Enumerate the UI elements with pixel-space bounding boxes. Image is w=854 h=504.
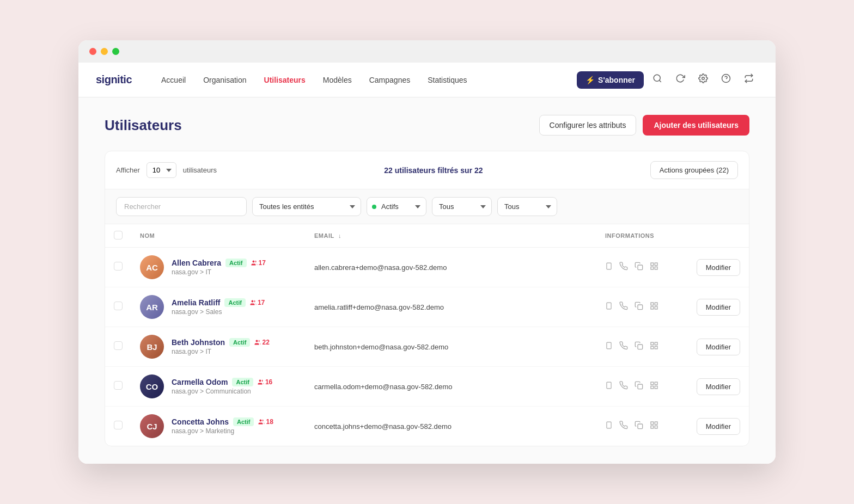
help-icon xyxy=(721,73,731,86)
svg-rect-15 xyxy=(638,305,643,310)
svg-rect-34 xyxy=(655,386,657,389)
status-filter[interactable]: Actifs xyxy=(367,197,426,216)
user-details-5: Concetta Johns Actif 18 nasa.gov > Marke… xyxy=(172,417,273,435)
row-checkbox-3[interactable] xyxy=(114,341,123,350)
phone-icon-1 xyxy=(619,262,628,273)
nav-utilisateurs[interactable]: Utilisateurs xyxy=(257,71,313,89)
user-info-cell-5: CJ Concetta Johns Actif 18 nasa.gov > Ma… xyxy=(131,407,306,446)
maximize-btn[interactable] xyxy=(112,48,119,55)
sort-icon[interactable]: ↓ xyxy=(338,232,341,239)
user-email-2: amelia.ratliff+demo@nasa.gov-582.demo xyxy=(306,287,596,327)
svg-point-1 xyxy=(702,77,705,80)
add-users-button[interactable]: Ajouter des utilisateurs xyxy=(643,115,749,136)
count-badge-4: 16 xyxy=(258,378,272,386)
lightning-icon: ⚡ xyxy=(585,76,595,84)
phone-icon-3 xyxy=(619,341,628,352)
select-all-checkbox[interactable] xyxy=(114,231,123,239)
row-checkbox-cell xyxy=(105,327,131,367)
main-content: Utilisateurs Configurer les attributs Aj… xyxy=(78,97,776,464)
nav-organisation[interactable]: Organisation xyxy=(196,71,254,89)
switch-icon xyxy=(744,73,754,86)
user-dept-5: nasa.gov > Marketing xyxy=(172,427,273,435)
org-icon-5 xyxy=(650,421,658,432)
row-checkbox-cell xyxy=(105,287,131,327)
svg-rect-25 xyxy=(655,342,657,345)
status-wrapper: Actifs xyxy=(367,197,426,216)
user-dept-1: nasa.gov > IT xyxy=(172,268,266,276)
row-checkbox-5[interactable] xyxy=(114,421,123,429)
nav-campagnes[interactable]: Campagnes xyxy=(362,71,418,89)
org-icon-4 xyxy=(650,381,658,392)
nav-accueil[interactable]: Accueil xyxy=(154,71,193,89)
modify-button-5[interactable]: Modifier xyxy=(697,418,740,435)
users-tbody: AC Allen Cabrera Actif 17 nasa.gov > IT xyxy=(105,248,749,446)
mobile-icon-1 xyxy=(605,261,613,273)
svg-rect-11 xyxy=(651,267,654,269)
nav-statistiques[interactable]: Statistiques xyxy=(420,71,474,89)
logo[interactable]: signitic xyxy=(96,73,132,86)
svg-point-36 xyxy=(260,420,262,422)
status-badge-4: Actif xyxy=(232,378,253,386)
org-icon-1 xyxy=(650,262,658,273)
minimize-btn[interactable] xyxy=(101,48,108,55)
users-table: NOM EMAIL ↓ INFORMATIONS xyxy=(105,224,749,446)
subscribe-button[interactable]: ⚡ S'abonner xyxy=(577,71,644,89)
svg-rect-10 xyxy=(655,267,657,269)
user-info-cell-3: BJ Beth Johnston Actif 22 nasa.gov > IT xyxy=(131,327,306,367)
status-badge-5: Actif xyxy=(233,417,254,426)
phone-icon-5 xyxy=(619,421,628,432)
table-row: BJ Beth Johnston Actif 22 nasa.gov > IT xyxy=(105,327,749,367)
avatar-3: BJ xyxy=(140,335,164,359)
user-email-3: beth.johnston+demo@nasa.gov-582.demo xyxy=(306,327,596,367)
avatar-4: CO xyxy=(140,374,164,398)
svg-rect-40 xyxy=(651,422,654,425)
tous-filter-2[interactable]: Tous xyxy=(497,197,557,216)
user-info-cell-2: AR Amelia Ratliff Actif 17 nasa.gov > Sa… xyxy=(131,287,306,327)
modify-button-1[interactable]: Modifier xyxy=(697,259,740,276)
svg-rect-8 xyxy=(651,263,654,266)
table-row: AC Allen Cabrera Actif 17 nasa.gov > IT xyxy=(105,248,749,287)
user-name-1: Allen Cabrera xyxy=(172,259,221,267)
nav-modeles[interactable]: Modèles xyxy=(315,71,359,89)
header-actions: Configurer les attributs Ajouter des uti… xyxy=(539,115,749,136)
svg-point-4 xyxy=(252,261,254,263)
table-header-row: NOM EMAIL ↓ INFORMATIONS xyxy=(105,224,749,248)
bulk-actions-button[interactable]: Actions groupées (22) xyxy=(650,161,738,179)
modify-button-3[interactable]: Modifier xyxy=(697,339,740,355)
row-checkbox-cell xyxy=(105,407,131,446)
svg-rect-39 xyxy=(638,424,643,429)
row-checkbox-1[interactable] xyxy=(114,262,123,271)
browser-window: signitic Accueil Organisation Utilisateu… xyxy=(78,40,776,464)
modify-button-4[interactable]: Modifier xyxy=(697,378,740,395)
refresh-icon xyxy=(675,73,685,86)
close-btn[interactable] xyxy=(89,48,96,55)
count-select[interactable]: 10 xyxy=(147,162,176,178)
help-button[interactable] xyxy=(717,69,735,90)
entities-filter[interactable]: Toutes les entités xyxy=(252,197,361,216)
user-name-3: Beth Johnston xyxy=(172,338,225,347)
row-checkbox-2[interactable] xyxy=(114,302,123,310)
svg-point-28 xyxy=(259,380,261,382)
settings-button[interactable] xyxy=(694,69,712,90)
search-button[interactable] xyxy=(648,69,667,90)
row-checkbox-4[interactable] xyxy=(114,381,123,390)
modify-button-2[interactable]: Modifier xyxy=(697,299,740,316)
header-nom: NOM xyxy=(131,224,306,248)
search-input[interactable] xyxy=(116,197,247,216)
table-container: Afficher 10 utilisateurs 22 utilisateurs… xyxy=(105,151,749,446)
user-action-cell-3: Modifier xyxy=(684,327,749,367)
tous-filter-1[interactable]: Tous xyxy=(432,197,492,216)
configure-attributes-button[interactable]: Configurer les attributs xyxy=(539,115,637,136)
svg-rect-5 xyxy=(607,263,611,269)
afficher-label: Afficher xyxy=(116,166,140,174)
copy-icon-1 xyxy=(635,262,643,273)
header-email: EMAIL ↓ xyxy=(306,224,596,248)
user-info-icons-2 xyxy=(596,287,684,327)
navbar: signitic Accueil Organisation Utilisateu… xyxy=(78,63,776,97)
mobile-icon-3 xyxy=(605,341,613,353)
refresh-button[interactable] xyxy=(671,69,690,90)
filter-count: 22 utilisateurs filtrés sur 22 xyxy=(223,166,644,175)
count-badge-1: 17 xyxy=(251,259,266,267)
switch-button[interactable] xyxy=(740,69,758,90)
nav-right: ⚡ S'abonner xyxy=(577,69,758,90)
